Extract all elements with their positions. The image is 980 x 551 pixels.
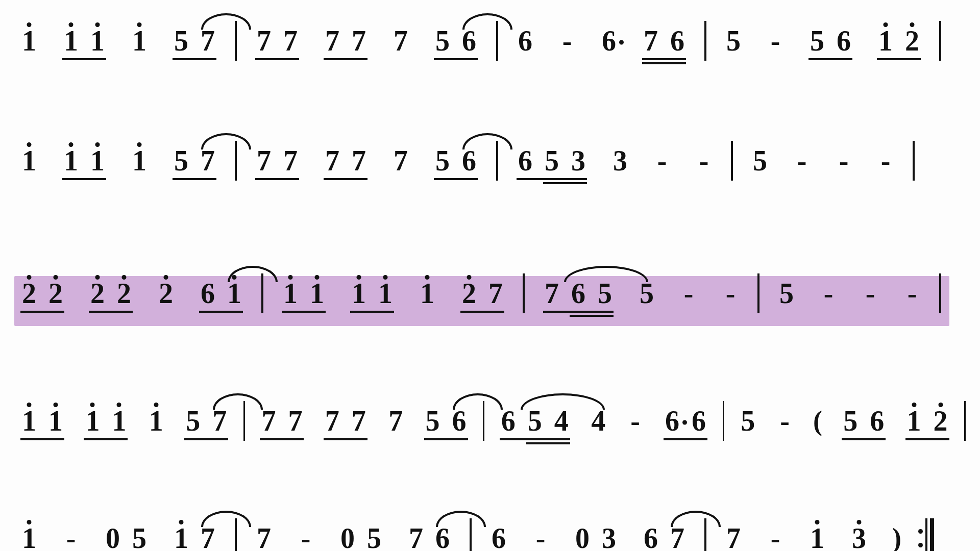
note: 7: [392, 24, 409, 57]
note: 5: [173, 144, 190, 177]
note: 2: [47, 277, 64, 310]
note-group: 1: [148, 405, 165, 437]
note: 7: [282, 144, 299, 177]
note-group: 76: [642, 24, 686, 57]
note-group: 22: [89, 277, 133, 310]
note-group: 61: [199, 277, 243, 310]
barline: [496, 141, 498, 181]
dash: -: [558, 24, 576, 57]
note: 6: [669, 24, 686, 57]
note-group: 5: [725, 24, 742, 57]
note: 0: [104, 522, 121, 551]
note-group: 66: [664, 405, 707, 437]
note-group: 27: [460, 277, 504, 310]
barline: [757, 273, 760, 313]
end-repeat-barline: [925, 518, 934, 551]
note: 7: [255, 24, 273, 57]
note: 1: [20, 405, 38, 437]
dash: -: [767, 24, 784, 57]
note-group: 654: [500, 405, 570, 437]
note: 3: [611, 144, 629, 177]
note: 6: [600, 24, 618, 57]
note-group: 67: [642, 522, 686, 551]
note: 7: [392, 144, 409, 177]
note: 1: [905, 405, 923, 437]
note: 1: [377, 277, 394, 310]
note-group: 1: [20, 24, 38, 57]
note: 5: [596, 277, 614, 310]
note: 6: [642, 522, 659, 551]
note-group: 7: [387, 405, 404, 437]
dash: -: [877, 144, 894, 177]
dash: -: [767, 522, 784, 551]
note: 5: [638, 277, 655, 310]
note-group: 05: [104, 522, 148, 551]
note: 6: [517, 24, 534, 57]
note: 7: [282, 24, 299, 57]
note-group: 4: [590, 405, 607, 437]
note-group: -: [903, 277, 921, 310]
note: 1: [419, 277, 436, 310]
note: 6: [500, 405, 517, 437]
music-row: 11115777777566-6765-5612: [15, 0, 970, 82]
note: 3: [570, 144, 587, 177]
dash: -: [680, 277, 697, 310]
note-group: 57: [184, 405, 228, 437]
note: 3: [850, 522, 868, 551]
dash: -: [793, 144, 811, 177]
barline: [470, 518, 472, 551]
note-group: 11: [20, 405, 64, 437]
note-group: 1: [131, 144, 148, 177]
note: 1: [47, 405, 64, 437]
dash: -: [695, 144, 713, 177]
note-group: 76: [407, 522, 451, 551]
note: 6: [460, 144, 478, 177]
note-group: 2: [157, 277, 175, 310]
note: 6: [517, 144, 534, 177]
note: 5: [526, 405, 544, 437]
note: 5: [842, 405, 859, 437]
note-group: 56: [434, 24, 478, 57]
music-row: 111115777777566544-665-(5612: [15, 380, 970, 462]
note: 2: [460, 277, 478, 310]
note: 5: [739, 405, 756, 437]
note-group: -: [680, 277, 697, 310]
note-group: 77: [255, 24, 299, 57]
note: 1: [131, 144, 148, 177]
note-group: 77: [324, 24, 368, 57]
note: 5: [751, 144, 769, 177]
note-group: 11: [350, 277, 394, 310]
note: 5: [131, 522, 148, 551]
note: 1: [84, 405, 101, 437]
note: 1: [350, 277, 368, 310]
note: 7: [255, 144, 273, 177]
barline: [964, 401, 966, 441]
note-group: 7: [392, 24, 409, 57]
note-group: 5: [778, 277, 795, 310]
note: 2: [903, 24, 921, 57]
note: 7: [669, 522, 686, 551]
note: 4: [590, 405, 607, 437]
note: 7: [350, 24, 368, 57]
note: 1: [808, 522, 826, 551]
note: 6: [868, 405, 886, 437]
note-group: 1: [419, 277, 436, 310]
jianpu-sheet: 11115777777566-6765-56121111577777756653…: [0, 0, 980, 551]
note-group: -: [793, 144, 811, 177]
dash: -: [653, 144, 671, 177]
note: 6: [451, 405, 468, 437]
note: 2: [932, 405, 949, 437]
note-group: 7: [255, 522, 273, 551]
dash: -: [532, 522, 549, 551]
note: 7: [324, 405, 341, 437]
note-group: ): [892, 522, 901, 551]
note: 1: [89, 24, 106, 57]
note: 1: [62, 24, 80, 57]
note: 7: [199, 522, 216, 551]
note: 7: [642, 24, 659, 57]
note-group: 56: [808, 24, 852, 57]
dash: -: [835, 144, 852, 177]
note: 7: [260, 405, 277, 437]
note-group: (: [813, 405, 822, 437]
note-group: 11: [282, 277, 326, 310]
